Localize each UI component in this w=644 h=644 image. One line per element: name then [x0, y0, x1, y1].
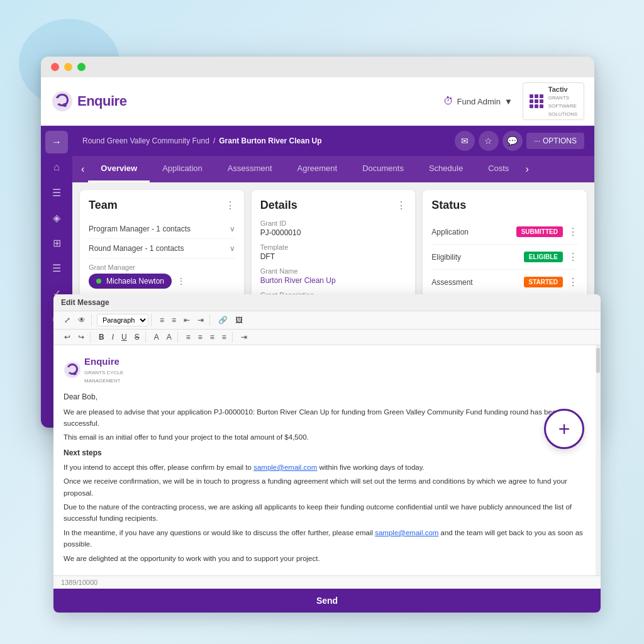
status-assessment-row: Assessment STARTED ⋮: [431, 270, 578, 295]
toolbar-format-group: Paragraph Heading 1 Heading 2: [94, 314, 152, 326]
member-status-dot: [96, 279, 101, 284]
fund-admin-menu[interactable]: ⏱ Fund Admin ▼: [443, 96, 513, 107]
modal-body[interactable]: Enquire GRANTS CYCLEMANAGEMENT Dear Bob,…: [53, 345, 601, 575]
toolbar-redo-btn[interactable]: ↪: [75, 331, 87, 343]
sidebar-item-grid[interactable]: ⊞: [45, 231, 68, 254]
status-assessment-menu[interactable]: ⋮: [568, 276, 578, 288]
grant-manager-more[interactable]: ⋮: [177, 276, 186, 286]
email-button[interactable]: ✉: [455, 131, 475, 151]
toolbar-undo-group: ↩ ↪: [58, 331, 91, 343]
toolbar-ol-btn[interactable]: ≡: [169, 314, 179, 326]
grant-id-item: Grant ID PJ-0000010: [260, 219, 407, 237]
toolbar-indent-inc-btn[interactable]: ⇥: [194, 314, 207, 326]
modal-logo-icon: [64, 361, 81, 379]
minimize-button[interactable]: [64, 63, 72, 71]
toolbar-highlight-btn[interactable]: A: [164, 331, 175, 343]
modal-logo-text: Enquire GRANTS CYCLEMANAGEMENT: [84, 354, 123, 386]
modal-title: Edit Message: [61, 298, 109, 307]
team-menu-icon[interactable]: ⋮: [225, 199, 235, 211]
sidebar-item-arrow[interactable]: →: [45, 131, 68, 153]
toolbar-align-left-btn[interactable]: ≡: [183, 331, 194, 343]
toolbar-image-btn[interactable]: 🖼: [232, 314, 246, 326]
star-button[interactable]: ☆: [479, 131, 499, 151]
chat-button[interactable]: 💬: [502, 131, 523, 151]
toolbar-color-group: A A: [148, 331, 178, 343]
breadcrumb-current: Grant Burton River Clean Up: [219, 136, 321, 145]
program-manager-chevron: ∨: [230, 225, 235, 233]
status-eligibility-label: Eligibility: [431, 253, 461, 262]
toolbar-link-btn[interactable]: 🔗: [215, 314, 231, 326]
body-p4: Once we receive confirmation, we will be…: [64, 477, 567, 496]
sidebar-item-list2[interactable]: ◈: [45, 206, 68, 229]
toolbar-format-select[interactable]: Paragraph Heading 1 Heading 2: [97, 314, 148, 326]
team-panel-header: Team ⋮: [89, 199, 235, 212]
body-p5: Due to the nature of the contracting pro…: [64, 503, 572, 522]
toolbar-indent-dec-btn[interactable]: ⇤: [180, 314, 193, 326]
sidebar-item-home[interactable]: ⌂: [45, 156, 68, 179]
status-assessment-right: STARTED ⋮: [524, 276, 578, 288]
template-value: DFT: [260, 252, 407, 261]
modal-scrollbar[interactable]: [596, 345, 601, 575]
status-panel-title: Status: [431, 199, 466, 212]
grant-manager-row: Michaela Newton ⋮: [89, 274, 235, 289]
toolbar-ul-btn[interactable]: ≡: [157, 314, 167, 326]
tab-assessment[interactable]: Assessment: [215, 156, 285, 182]
details-menu-icon[interactable]: ⋮: [396, 199, 406, 211]
close-button[interactable]: [51, 63, 59, 71]
round-manager-row[interactable]: Round Manager - 1 contacts ∨: [89, 239, 235, 258]
tab-costs[interactable]: Costs: [475, 156, 521, 182]
tactiv-grid-icon: [530, 94, 543, 108]
grant-name-label: Grant Name: [260, 267, 407, 275]
tab-agreement[interactable]: Agreement: [285, 156, 350, 182]
toolbar-align-center-btn[interactable]: ≡: [195, 331, 206, 343]
nav-next-icon[interactable]: ›: [521, 164, 532, 175]
toolbar-view-btn[interactable]: 👁: [75, 314, 89, 326]
fab-button[interactable]: +: [544, 409, 584, 449]
svg-point-3: [74, 372, 77, 375]
program-manager-row[interactable]: Program Manager - 1 contacts ∨: [89, 219, 235, 239]
fab-icon: +: [558, 418, 570, 441]
body-p3-link[interactable]: sample@email.com: [253, 464, 317, 471]
ellipsis-icon: ···: [534, 136, 540, 145]
round-manager-label: Round Manager - 1 contacts: [89, 244, 184, 253]
toolbar-italic-btn[interactable]: I: [109, 331, 117, 343]
toolbar-fontcolor-btn[interactable]: A: [151, 331, 162, 343]
maximize-button[interactable]: [77, 63, 86, 71]
toolbar-undo-btn[interactable]: ↩: [61, 331, 74, 343]
toolbar-bold-btn[interactable]: B: [96, 331, 108, 343]
toolbar-strikethrough-btn[interactable]: S: [131, 331, 143, 343]
details-panel-title: Details: [260, 199, 297, 212]
toolbar-expand-btn[interactable]: ⤢: [61, 314, 74, 326]
toolbar-text-format-group: B I U S: [93, 331, 146, 343]
sidebar-item-list1[interactable]: ☰: [45, 181, 68, 204]
team-panel-title: Team: [89, 199, 118, 212]
tab-documents[interactable]: Documents: [350, 156, 416, 182]
tab-application[interactable]: Application: [150, 156, 215, 182]
template-item: Template DFT: [260, 243, 407, 261]
options-button[interactable]: ··· OPTIONS: [526, 133, 584, 149]
status-eligibility-badge: ELIGIBLE: [524, 252, 563, 262]
tab-overview[interactable]: Overview: [88, 156, 150, 182]
grant-name-item: Grant Name Burton River Clean Up: [260, 267, 407, 285]
toolbar-justify-btn[interactable]: ≡: [219, 331, 230, 343]
grant-manager-label: Grant Manager: [89, 264, 235, 271]
nav-prev-icon[interactable]: ‹: [77, 164, 88, 175]
body-p6-link[interactable]: sample@email.com: [375, 529, 438, 536]
program-manager-label: Program Manager - 1 contacts: [89, 225, 191, 233]
toolbar-clear-format-btn[interactable]: ⇥: [238, 331, 250, 343]
sidebar-item-doc[interactable]: ☰: [45, 257, 68, 279]
status-application-row: Application SUBMITTED ⋮: [431, 219, 578, 245]
toolbar-align-right-btn[interactable]: ≡: [207, 331, 218, 343]
toolbar-align-group: ≡ ≡ ≡ ≡: [180, 331, 233, 343]
grant-id-label: Grant ID: [260, 219, 407, 227]
toolbar-underline-btn[interactable]: U: [118, 331, 130, 343]
tab-schedule[interactable]: Schedule: [416, 156, 475, 182]
breadcrumb-bar: Round Green Valley Community Fund / Gran…: [72, 126, 594, 156]
body-p1: We are pleased to advise that your appli…: [64, 408, 560, 427]
status-eligibility-menu[interactable]: ⋮: [568, 251, 578, 263]
send-button[interactable]: Send: [316, 596, 338, 606]
body-p7: We are delighted at the opportunity to w…: [64, 555, 320, 562]
details-panel-header: Details ⋮: [260, 199, 407, 212]
status-application-menu[interactable]: ⋮: [568, 226, 578, 238]
grant-name-value: Burton River Clean Up: [260, 276, 407, 285]
